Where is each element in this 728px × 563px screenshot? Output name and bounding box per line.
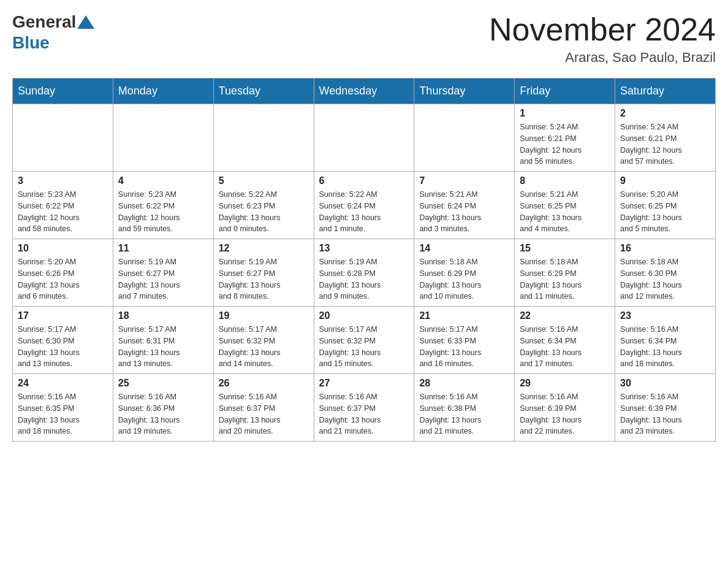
day-info: Sunrise: 5:22 AM Sunset: 6:24 PM Dayligh… [319, 189, 409, 235]
calendar-week-row: 3Sunrise: 5:23 AM Sunset: 6:22 PM Daylig… [13, 172, 716, 239]
day-number: 15 [520, 243, 610, 254]
calendar-day-cell: 20Sunrise: 5:17 AM Sunset: 6:32 PM Dayli… [314, 307, 414, 374]
day-info: Sunrise: 5:17 AM Sunset: 6:30 PM Dayligh… [18, 324, 108, 370]
day-info: Sunrise: 5:17 AM Sunset: 6:32 PM Dayligh… [319, 324, 409, 370]
day-number: 8 [520, 175, 610, 186]
calendar-day-cell: 25Sunrise: 5:16 AM Sunset: 6:36 PM Dayli… [113, 374, 213, 442]
calendar-day-cell: 19Sunrise: 5:17 AM Sunset: 6:32 PM Dayli… [213, 307, 314, 374]
calendar-day-cell: 23Sunrise: 5:16 AM Sunset: 6:34 PM Dayli… [615, 307, 716, 374]
calendar-day-cell: 2Sunrise: 5:24 AM Sunset: 6:21 PM Daylig… [615, 104, 716, 172]
calendar-day-cell: 26Sunrise: 5:16 AM Sunset: 6:37 PM Dayli… [213, 374, 314, 442]
day-info: Sunrise: 5:16 AM Sunset: 6:39 PM Dayligh… [520, 391, 610, 437]
day-number: 23 [620, 310, 710, 321]
calendar-day-cell: 15Sunrise: 5:18 AM Sunset: 6:29 PM Dayli… [515, 239, 615, 307]
day-info: Sunrise: 5:24 AM Sunset: 6:21 PM Dayligh… [520, 121, 610, 167]
day-number: 20 [319, 310, 409, 321]
day-number: 4 [118, 175, 208, 186]
day-number: 14 [419, 243, 509, 254]
day-info: Sunrise: 5:19 AM Sunset: 6:27 PM Dayligh… [219, 256, 309, 302]
day-of-week-header: Monday [113, 79, 213, 104]
day-info: Sunrise: 5:22 AM Sunset: 6:23 PM Dayligh… [219, 189, 309, 235]
calendar-day-cell: 22Sunrise: 5:16 AM Sunset: 6:34 PM Dayli… [515, 307, 615, 374]
day-info: Sunrise: 5:16 AM Sunset: 6:37 PM Dayligh… [219, 391, 309, 437]
day-number: 21 [419, 310, 509, 321]
day-info: Sunrise: 5:16 AM Sunset: 6:39 PM Dayligh… [620, 391, 710, 437]
logo-triangle-icon [77, 15, 94, 29]
day-info: Sunrise: 5:19 AM Sunset: 6:27 PM Dayligh… [118, 256, 208, 302]
day-number: 16 [620, 243, 710, 254]
logo-text: General [12, 12, 96, 32]
calendar-day-cell [414, 104, 515, 172]
calendar-day-cell [213, 104, 314, 172]
day-info: Sunrise: 5:16 AM Sunset: 6:34 PM Dayligh… [520, 324, 610, 370]
day-number: 6 [319, 175, 409, 186]
day-number: 3 [18, 175, 108, 186]
calendar-day-cell: 16Sunrise: 5:18 AM Sunset: 6:30 PM Dayli… [615, 239, 716, 307]
day-number: 17 [18, 310, 108, 321]
day-number: 9 [620, 175, 710, 186]
logo-blue: Blue [12, 33, 50, 53]
day-info: Sunrise: 5:18 AM Sunset: 6:29 PM Dayligh… [520, 256, 610, 302]
calendar-day-cell: 4Sunrise: 5:23 AM Sunset: 6:22 PM Daylig… [113, 172, 213, 239]
calendar-day-cell: 14Sunrise: 5:18 AM Sunset: 6:29 PM Dayli… [414, 239, 515, 307]
calendar-day-cell [13, 104, 113, 172]
calendar-day-cell: 17Sunrise: 5:17 AM Sunset: 6:30 PM Dayli… [13, 307, 113, 374]
calendar-day-cell: 13Sunrise: 5:19 AM Sunset: 6:28 PM Dayli… [314, 239, 414, 307]
day-number: 13 [319, 243, 409, 254]
calendar-table: SundayMondayTuesdayWednesdayThursdayFrid… [12, 78, 716, 442]
day-number: 12 [219, 243, 309, 254]
calendar-day-cell: 7Sunrise: 5:21 AM Sunset: 6:24 PM Daylig… [414, 172, 515, 239]
day-number: 28 [419, 378, 509, 389]
calendar-day-cell: 12Sunrise: 5:19 AM Sunset: 6:27 PM Dayli… [213, 239, 314, 307]
day-info: Sunrise: 5:21 AM Sunset: 6:24 PM Dayligh… [419, 189, 509, 235]
logo-general: General [12, 12, 76, 32]
calendar-day-cell: 29Sunrise: 5:16 AM Sunset: 6:39 PM Dayli… [515, 374, 615, 442]
calendar-day-cell: 3Sunrise: 5:23 AM Sunset: 6:22 PM Daylig… [13, 172, 113, 239]
day-info: Sunrise: 5:24 AM Sunset: 6:21 PM Dayligh… [620, 121, 710, 167]
calendar-day-cell: 10Sunrise: 5:20 AM Sunset: 6:26 PM Dayli… [13, 239, 113, 307]
day-info: Sunrise: 5:16 AM Sunset: 6:36 PM Dayligh… [118, 391, 208, 437]
day-number: 26 [219, 378, 309, 389]
day-of-week-header: Wednesday [314, 79, 414, 104]
calendar-day-cell: 1Sunrise: 5:24 AM Sunset: 6:21 PM Daylig… [515, 104, 615, 172]
calendar-day-cell: 27Sunrise: 5:16 AM Sunset: 6:37 PM Dayli… [314, 374, 414, 442]
day-info: Sunrise: 5:21 AM Sunset: 6:25 PM Dayligh… [520, 189, 610, 235]
day-info: Sunrise: 5:17 AM Sunset: 6:33 PM Dayligh… [419, 324, 509, 370]
calendar-day-cell: 11Sunrise: 5:19 AM Sunset: 6:27 PM Dayli… [113, 239, 213, 307]
day-number: 5 [219, 175, 309, 186]
day-number: 24 [18, 378, 108, 389]
title-section: November 2024 Araras, Sao Paulo, Brazil [489, 12, 716, 66]
day-of-week-header: Friday [515, 79, 615, 104]
calendar-day-cell: 24Sunrise: 5:16 AM Sunset: 6:35 PM Dayli… [13, 374, 113, 442]
day-number: 19 [219, 310, 309, 321]
day-number: 30 [620, 378, 710, 389]
day-number: 18 [118, 310, 208, 321]
calendar-day-cell [314, 104, 414, 172]
calendar-day-cell [113, 104, 213, 172]
day-info: Sunrise: 5:16 AM Sunset: 6:37 PM Dayligh… [319, 391, 409, 437]
calendar-day-cell: 8Sunrise: 5:21 AM Sunset: 6:25 PM Daylig… [515, 172, 615, 239]
day-number: 2 [620, 108, 710, 119]
day-of-week-header: Thursday [414, 79, 515, 104]
day-number: 25 [118, 378, 208, 389]
calendar-week-row: 1Sunrise: 5:24 AM Sunset: 6:21 PM Daylig… [13, 104, 716, 172]
calendar-day-cell: 5Sunrise: 5:22 AM Sunset: 6:23 PM Daylig… [213, 172, 314, 239]
day-number: 27 [319, 378, 409, 389]
day-info: Sunrise: 5:16 AM Sunset: 6:35 PM Dayligh… [18, 391, 108, 437]
calendar-day-cell: 6Sunrise: 5:22 AM Sunset: 6:24 PM Daylig… [314, 172, 414, 239]
day-info: Sunrise: 5:17 AM Sunset: 6:31 PM Dayligh… [118, 324, 208, 370]
calendar-day-cell: 18Sunrise: 5:17 AM Sunset: 6:31 PM Dayli… [113, 307, 213, 374]
calendar-week-row: 24Sunrise: 5:16 AM Sunset: 6:35 PM Dayli… [13, 374, 716, 442]
day-info: Sunrise: 5:23 AM Sunset: 6:22 PM Dayligh… [18, 189, 108, 235]
day-number: 29 [520, 378, 610, 389]
page-header: General Blue November 2024 Araras, Sao P… [12, 12, 716, 66]
calendar-day-cell: 9Sunrise: 5:20 AM Sunset: 6:25 PM Daylig… [615, 172, 716, 239]
day-number: 1 [520, 108, 610, 119]
day-info: Sunrise: 5:20 AM Sunset: 6:25 PM Dayligh… [620, 189, 710, 235]
day-info: Sunrise: 5:18 AM Sunset: 6:29 PM Dayligh… [419, 256, 509, 302]
calendar-header-row: SundayMondayTuesdayWednesdayThursdayFrid… [13, 79, 716, 104]
day-of-week-header: Sunday [13, 79, 113, 104]
month-title: November 2024 [489, 12, 716, 47]
logo: General Blue [12, 12, 96, 53]
day-info: Sunrise: 5:17 AM Sunset: 6:32 PM Dayligh… [219, 324, 309, 370]
